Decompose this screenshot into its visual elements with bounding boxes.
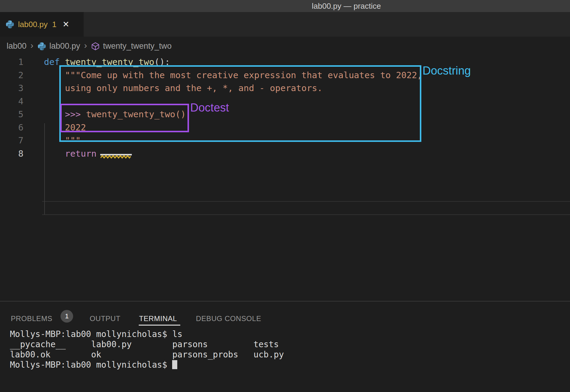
editor-tab-strip: lab00.py 1 ✕ [0, 12, 570, 37]
tab-lab00-py[interactable]: lab00.py 1 ✕ [0, 12, 84, 37]
panel-tab-terminal[interactable]: TERMINAL [139, 314, 177, 323]
line-number: 3 [0, 81, 23, 95]
terminal-prompt-line: Mollys-MBP:lab00 mollynicholas$ [10, 360, 558, 370]
current-line-highlight [42, 201, 570, 215]
tab-filename: lab00.py [18, 20, 48, 29]
chevron-right-icon: › [84, 41, 87, 51]
line-number: 5 [0, 108, 23, 121]
terminal-output[interactable]: Mollys-MBP:lab00 mollynicholas$ ls __pyc… [10, 329, 558, 370]
tab-dirty-indicator: 1 [52, 20, 56, 29]
line-number: 7 [0, 134, 23, 147]
breadcrumb-file[interactable]: lab00.py [37, 41, 80, 51]
terminal-line: lab00.ok ok parsons_probs ucb.py [10, 350, 558, 360]
panel-tab-problems[interactable]: PROBLEMS [11, 314, 52, 323]
line-number: 1 [0, 55, 23, 69]
breadcrumb: lab00 › lab00.py › twenty_twenty_two [0, 37, 570, 55]
vscode-window: lab00.py — practice lab00.py 1 ✕ lab00 ›… [0, 0, 570, 392]
bottom-panel: PROBLEMS 1 OUTPUT TERMINAL DEBUG CONSOLE… [0, 301, 570, 392]
python-file-icon [37, 42, 46, 51]
panel-tab-debug-console[interactable]: DEBUG CONSOLE [196, 314, 261, 323]
line-number: 2 [0, 69, 23, 82]
breadcrumb-symbol[interactable]: twenty_twenty_two [91, 41, 172, 51]
symbol-cube-icon [91, 42, 100, 51]
breadcrumb-folder[interactable]: lab00 [7, 41, 26, 51]
tab-close-icon[interactable]: ✕ [63, 20, 70, 29]
chevron-right-icon: › [30, 41, 33, 51]
terminal-line: Mollys-MBP:lab00 mollynicholas$ ls [10, 329, 558, 339]
line-number: 4 [0, 95, 23, 108]
terminal-line: __pycache__ lab00.py parsons tests [10, 339, 558, 350]
doctest-annotation-label: Doctest [190, 101, 229, 114]
code-line: 8 return [0, 147, 570, 160]
line-number: 6 [0, 121, 23, 134]
warning-squiggle [101, 155, 131, 159]
line-number: 8 [0, 147, 23, 160]
terminal-cursor [172, 360, 177, 369]
python-file-icon [5, 20, 14, 29]
panel-tab-output[interactable]: OUTPUT [90, 314, 120, 323]
docstring-annotation-label: Docstring [423, 64, 471, 77]
active-panel-tab-underline [139, 325, 180, 326]
problems-count-badge: 1 [60, 310, 73, 323]
doctest-annotation-box [60, 104, 189, 132]
title-bar: lab00.py — practice [0, 0, 570, 12]
window-title: lab00.py — practice [312, 0, 381, 12]
